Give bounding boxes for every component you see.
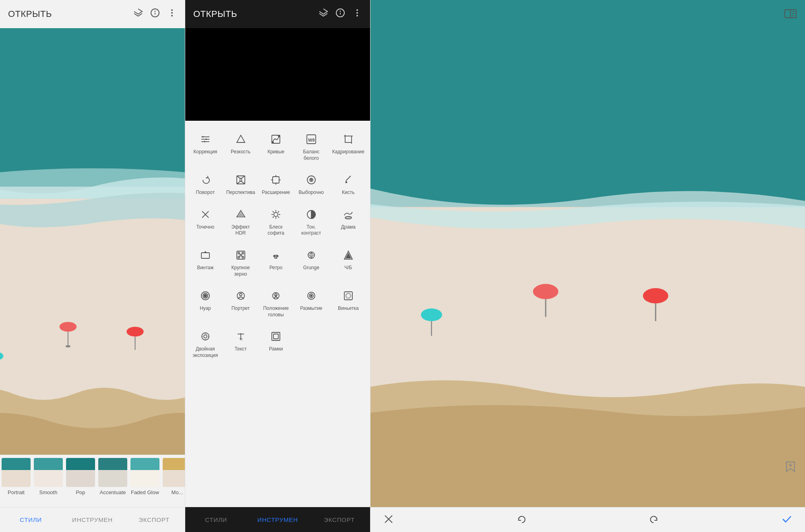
tool-bw[interactable]: Ч/Б bbox=[331, 245, 366, 282]
thumbnail-portrait-label: Portrait bbox=[8, 489, 25, 495]
tool-rotate[interactable]: Поворот bbox=[189, 169, 221, 201]
svg-rect-123 bbox=[273, 334, 278, 339]
svg-marker-40 bbox=[237, 135, 245, 142]
svg-point-64 bbox=[310, 179, 312, 181]
svg-point-135 bbox=[421, 309, 442, 322]
vignette-icon bbox=[343, 290, 354, 303]
tool-perspective[interactable]: Перспектива bbox=[225, 169, 257, 201]
confirm-button[interactable] bbox=[781, 513, 793, 527]
tool-text[interactable]: Tt Текст bbox=[225, 326, 257, 363]
middle-more-icon[interactable] bbox=[352, 8, 362, 20]
noir-icon bbox=[200, 290, 211, 303]
redo-button[interactable] bbox=[648, 513, 660, 527]
svg-line-75 bbox=[273, 211, 274, 212]
tool-grain[interactable]: Крупное зерно bbox=[225, 245, 257, 282]
middle-image-area bbox=[185, 28, 370, 121]
svg-rect-26 bbox=[163, 458, 185, 470]
tool-glamour[interactable]: Блеск софита bbox=[260, 204, 292, 241]
svg-point-43 bbox=[278, 135, 280, 137]
tool-double-exp-label: Двойная экспозиция bbox=[191, 346, 220, 359]
thumbnail-smooth[interactable]: Smooth bbox=[32, 458, 64, 507]
svg-rect-81 bbox=[201, 253, 209, 258]
tool-vintage-label: Винтаж bbox=[197, 265, 213, 271]
tool-noir[interactable]: Нуар bbox=[189, 285, 221, 323]
svg-point-3 bbox=[171, 9, 173, 11]
tool-expand-label: Расширение bbox=[262, 190, 290, 196]
tool-selective[interactable]: Выборочно bbox=[295, 169, 327, 201]
left-nav-tools[interactable]: ИНСТРУМЕН bbox=[62, 507, 123, 532]
middle-nav-export[interactable]: ЭКСПОРТ bbox=[308, 507, 370, 532]
thumbnail-portrait[interactable]: Portrait bbox=[0, 458, 32, 507]
info-icon[interactable] bbox=[150, 8, 160, 20]
rotate-icon bbox=[200, 174, 211, 187]
svg-point-11 bbox=[66, 345, 70, 347]
split-view-icon[interactable] bbox=[784, 7, 797, 22]
tool-frames-label: Рамки bbox=[269, 346, 283, 353]
tool-sharpness-label: Резкость bbox=[231, 149, 250, 155]
tool-tone-contrast[interactable]: Тон. контраст bbox=[295, 204, 327, 241]
tool-vignette[interactable]: Виньетка bbox=[331, 285, 366, 323]
tool-wb[interactable]: W8 Баланс белого bbox=[295, 129, 327, 166]
tool-frames[interactable]: Рамки bbox=[260, 326, 292, 363]
thumbnail-accentuate[interactable]: Accentuate bbox=[97, 458, 129, 507]
tool-grunge[interactable]: Grunge bbox=[295, 245, 327, 282]
bw-icon bbox=[343, 250, 354, 262]
bookmark-icon[interactable] bbox=[784, 460, 797, 475]
thumbnail-faded-glow[interactable]: Faded Glow bbox=[129, 458, 161, 507]
svg-point-32 bbox=[356, 12, 358, 14]
tool-blur[interactable]: Размытие bbox=[295, 285, 327, 323]
tool-grunge-label: Grunge bbox=[303, 265, 319, 271]
thumbnail-more[interactable]: Mo... bbox=[161, 458, 185, 507]
left-header-icons bbox=[133, 8, 177, 20]
middle-bottom-nav: СТИЛИ ИНСТРУМЕН ЭКСПОРТ bbox=[185, 507, 370, 532]
middle-nav-styles[interactable]: СТИЛИ bbox=[185, 507, 247, 532]
tool-brush[interactable]: Кисть bbox=[331, 169, 366, 201]
tool-text-label: Текст bbox=[234, 346, 246, 353]
svg-rect-56 bbox=[240, 178, 242, 181]
tool-curves[interactable]: Кривые bbox=[260, 129, 292, 166]
tool-correction[interactable]: Коррекция bbox=[189, 129, 221, 166]
layers-icon[interactable] bbox=[133, 8, 143, 20]
thumbnail-more-label: Mo... bbox=[172, 489, 183, 495]
tool-hdr[interactable]: Эффект HDR bbox=[225, 204, 257, 241]
thumbnail-accentuate-label: Accentuate bbox=[99, 489, 126, 495]
tool-retro[interactable]: Ретро bbox=[260, 245, 292, 282]
correction-icon bbox=[200, 134, 211, 146]
svg-rect-85 bbox=[242, 252, 244, 254]
more-icon[interactable] bbox=[167, 8, 177, 20]
svg-point-4 bbox=[171, 12, 173, 14]
close-button[interactable] bbox=[383, 513, 395, 527]
tool-retro-label: Ретро bbox=[269, 265, 283, 271]
tool-spot[interactable]: Точечно bbox=[189, 204, 221, 241]
middle-info-icon[interactable] bbox=[335, 8, 345, 20]
svg-rect-86 bbox=[238, 256, 240, 258]
tool-sharpness[interactable]: Резкость bbox=[225, 129, 257, 166]
tool-curves-label: Кривые bbox=[267, 149, 284, 155]
svg-point-131 bbox=[533, 284, 559, 299]
tool-double-exp[interactable]: Двойная экспозиция bbox=[189, 326, 221, 363]
svg-rect-16 bbox=[2, 458, 31, 470]
tool-expand[interactable]: Расширение bbox=[260, 169, 292, 201]
tool-wb-label: Баланс белого bbox=[297, 149, 326, 161]
tool-noir-label: Нуар bbox=[200, 305, 211, 312]
middle-layers-icon[interactable] bbox=[319, 8, 328, 20]
tool-portrait[interactable]: Портрет bbox=[225, 285, 257, 323]
perspective-icon bbox=[235, 174, 246, 187]
left-nav-styles[interactable]: СТИЛИ bbox=[0, 507, 62, 532]
undo-button[interactable] bbox=[515, 513, 528, 527]
thumbnail-pop[interactable]: Pop bbox=[64, 458, 97, 507]
svg-point-89 bbox=[274, 255, 275, 256]
left-bottom-nav: СТИЛИ ИНСТРУМЕН ЭКСПОРТ bbox=[0, 507, 185, 532]
tool-rotate-label: Поворот bbox=[196, 190, 215, 196]
middle-nav-tools[interactable]: ИНСТРУМЕН bbox=[247, 507, 308, 532]
tool-drama[interactable]: Драма bbox=[331, 204, 366, 241]
tool-head-pose[interactable]: Положение головы bbox=[260, 285, 292, 323]
retro-icon bbox=[270, 250, 281, 262]
left-nav-export[interactable]: ЭКСПОРТ bbox=[123, 507, 185, 532]
middle-header-icons bbox=[319, 8, 362, 20]
svg-line-77 bbox=[278, 211, 279, 212]
svg-point-113 bbox=[202, 333, 209, 340]
tool-vintage[interactable]: Винтаж bbox=[189, 245, 221, 282]
tool-crop[interactable]: Кадрирование bbox=[331, 129, 366, 166]
tool-portrait-label: Портрет bbox=[232, 305, 250, 312]
